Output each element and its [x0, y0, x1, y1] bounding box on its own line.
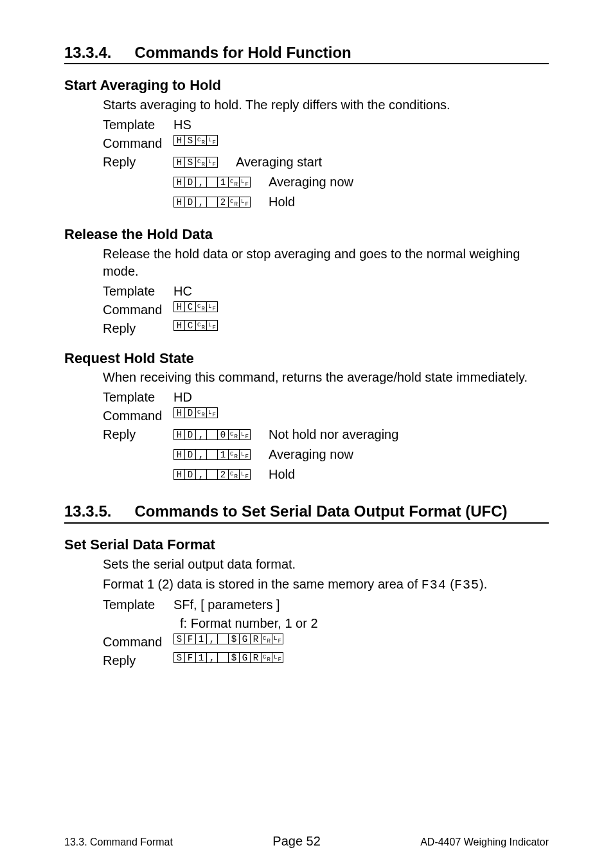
template-label: Template	[103, 389, 173, 406]
reply-note: Not hold nor averaging	[269, 426, 398, 443]
template-note: f: Format number, 1 or 2	[180, 615, 318, 632]
template-row: Template HD	[103, 389, 549, 406]
sub-release-hold-desc: Release the hold data or stop averaging …	[103, 245, 549, 280]
command-row: Command HCCRLF	[103, 301, 549, 319]
reply-hs: HSCRLF	[173, 157, 218, 168]
reply-hc: HCCRLF	[173, 320, 218, 331]
f34-code: F34	[422, 576, 447, 594]
template-label: Template	[103, 596, 173, 614]
template-row: Template HC	[103, 283, 549, 300]
reply-hd0: HD, 0CRLF	[173, 429, 251, 440]
reply-note: Averaging start	[236, 154, 322, 171]
template-value: SFf, [ parameters ]	[173, 596, 280, 614]
reply-label: Reply	[103, 320, 173, 337]
sub-set-serial-desc: Sets the serial output data format.	[103, 556, 549, 573]
sub-set-serial-desc2: Format 1 (2) data is stored in the same …	[103, 576, 549, 594]
command-hs: HSCRLF	[173, 135, 218, 146]
section-13-3-5-head: 13.3.5. Commands to Set Serial Data Outp…	[64, 501, 549, 523]
desc2-c: ).	[479, 577, 487, 591]
section-number: 13.3.4.	[64, 42, 111, 63]
page-footer: 13.3. Command Format Page 52 AD-4407 Wei…	[64, 833, 549, 850]
section-number: 13.3.5.	[64, 501, 111, 522]
sub-request-hold-head: Request Hold State	[64, 349, 549, 368]
sub-request-hold-desc: When receiving this command, returns the…	[103, 369, 549, 386]
template-value: HS	[173, 116, 191, 134]
template-value: HC	[173, 283, 192, 300]
command-row: Command HSCRLF	[103, 135, 549, 152]
section-title: Commands to Set Serial Data Output Forma…	[134, 501, 507, 522]
command-hc: HCCRLF	[173, 301, 218, 312]
sub-start-averaging-desc: Starts averaging to hold. The reply diff…	[103, 96, 549, 114]
template-row: Template SFf, [ parameters ]	[103, 596, 549, 614]
reply-label: Reply	[103, 154, 173, 171]
reply-sf1: SF1, $GRCRLF	[173, 652, 283, 663]
reply-note: Averaging now	[269, 446, 353, 463]
command-hd: HDCRLF	[173, 407, 218, 418]
template-row: Template HS	[103, 116, 549, 134]
reply-label: Reply	[103, 652, 173, 669]
command-row: Command HDCRLF	[103, 407, 549, 425]
command-label: Command	[103, 407, 173, 425]
reply-hd2: HD, 2CRLF	[173, 197, 251, 208]
sub-set-serial-head: Set Serial Data Format	[64, 535, 549, 554]
section-13-3-4-head: 13.3.4. Commands for Hold Function	[64, 42, 549, 64]
footer-page: Page 52	[272, 833, 321, 850]
reply-note: Hold	[269, 193, 295, 211]
page: 13.3.4. Commands for Hold Function Start…	[0, 0, 613, 868]
reply-note: Hold	[269, 466, 295, 483]
reply-hd1: HD, 1CRLF	[173, 449, 251, 460]
template-note-row: f: Format number, 1 or 2	[103, 615, 549, 632]
template-value: HD	[173, 389, 192, 406]
footer-right: AD-4407 Weighing Indicator	[420, 835, 549, 849]
command-row: Command SF1, $GRCRLF	[103, 633, 549, 651]
reply-label: Reply	[103, 426, 173, 443]
template-label: Template	[103, 116, 173, 134]
reply-row: Reply HCCRLF	[103, 320, 549, 337]
desc2-b: (	[447, 577, 454, 591]
f35-code: F35	[454, 576, 479, 594]
reply-row: Reply HSCRLF Averaging start HD, 1CRLF A…	[103, 154, 549, 213]
reply-hd1: HD, 1CRLF	[173, 177, 251, 188]
command-label: Command	[103, 633, 173, 651]
sub-release-hold-head: Release the Hold Data	[64, 225, 549, 244]
template-label: Template	[103, 283, 173, 300]
command-label: Command	[103, 135, 173, 152]
reply-row: Reply SF1, $GRCRLF	[103, 652, 549, 669]
sub-start-averaging-head: Start Averaging to Hold	[64, 76, 549, 95]
footer-left: 13.3. Command Format	[64, 835, 173, 849]
command-sf1: SF1, $GRCRLF	[173, 633, 283, 644]
section-title: Commands for Hold Function	[134, 42, 351, 63]
command-label: Command	[103, 301, 173, 319]
reply-row: Reply HD, 0CRLF Not hold nor averaging H…	[103, 426, 549, 486]
desc2-a: Format 1 (2) data is stored in the same …	[103, 577, 422, 591]
reply-note: Averaging now	[269, 173, 353, 191]
reply-hd2: HD, 2CRLF	[173, 469, 251, 480]
